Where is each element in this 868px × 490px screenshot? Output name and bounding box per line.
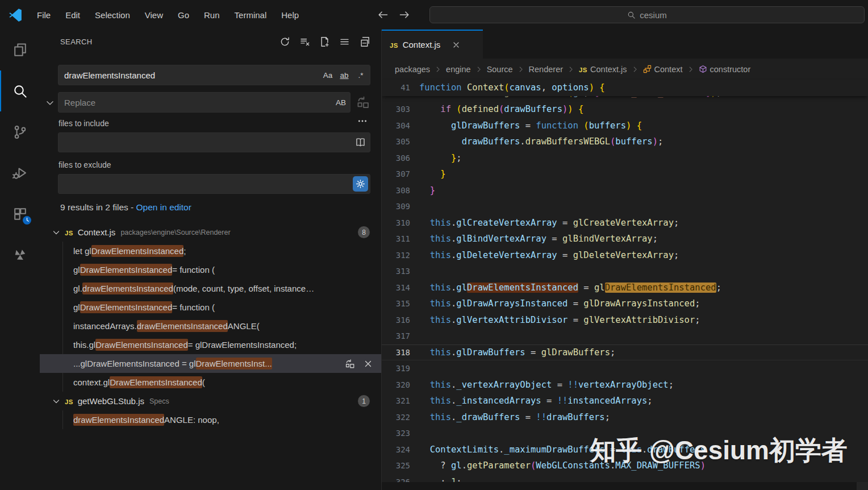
files-to-include-input[interactable]: [58, 132, 370, 152]
breadcrumb-constructor[interactable]: constructor: [699, 65, 751, 74]
line-number: 325: [382, 458, 410, 474]
command-center[interactable]: cesium: [429, 6, 865, 23]
search-match-row[interactable]: context.glDrawElementsInstanced(: [40, 373, 381, 392]
menu-run[interactable]: Run: [197, 7, 227, 23]
toggle-replace-chevron-icon[interactable]: [45, 98, 55, 108]
code-line-311[interactable]: 311 this.glBindVertexArray = glBindVerte…: [382, 231, 868, 247]
code-line-41[interactable]: 41function Context(canvas, options) {: [382, 80, 868, 96]
symbol-class-icon: [643, 65, 652, 73]
preserve-case-toggle[interactable]: AB: [335, 96, 347, 109]
use-regex-toggle[interactable]: .*: [355, 69, 366, 81]
exclude-settings-toggle[interactable]: [353, 176, 368, 192]
breadcrumb-renderer[interactable]: Renderer: [529, 65, 563, 74]
menu-selection[interactable]: Selection: [87, 7, 137, 23]
menu-bar: FileEditSelectionViewGoRunTerminalHelp: [30, 7, 306, 23]
menu-go[interactable]: Go: [170, 7, 197, 23]
search-match-row[interactable]: gl.drawElementsInstanced(mode, count, ty…: [40, 279, 381, 298]
search-match-row[interactable]: let glDrawElementsInstanced;: [40, 242, 381, 260]
match-highlight: drawElementsInstanced: [73, 414, 164, 426]
code-line-310[interactable]: 310 this.glCreateVertexArray = glCreateV…: [382, 215, 868, 231]
breadcrumb-source[interactable]: Source: [487, 65, 513, 74]
code-line-319[interactable]: 319: [382, 360, 868, 377]
open-new-search-editor-button[interactable]: [319, 36, 330, 47]
code-line-309[interactable]: 309: [382, 198, 868, 215]
code-line-316[interactable]: 316 this.glVertexAttribDivisor = glVerte…: [382, 312, 868, 329]
activity-source-control[interactable]: [0, 111, 40, 152]
code-line-307[interactable]: 307 }: [382, 166, 868, 182]
match-post: ;: [183, 246, 186, 256]
activity-explorer[interactable]: [0, 30, 40, 70]
breadcrumb-context-js[interactable]: JSContext.js: [579, 65, 627, 74]
code-line-303[interactable]: 303 if (defined(drawBuffers)) {: [382, 101, 868, 118]
breadcrumb-context[interactable]: Context: [643, 65, 683, 74]
code-line-324[interactable]: 324 ContextLimits._maximumDrawBuffers = …: [382, 442, 868, 458]
toggle-search-details-icon[interactable]: [356, 116, 369, 126]
sticky-scroll-line[interactable]: 41function Context(canvas, options) {: [382, 80, 868, 96]
replace-input[interactable]: [58, 92, 350, 113]
match-post: = function (: [172, 265, 215, 275]
search-match-row[interactable]: drawElementsInstancedANGLE: noop,: [40, 410, 381, 429]
tab-context-js[interactable]: JS Context.js: [382, 30, 483, 59]
code-line-312[interactable]: 312 this.glDeleteVertexArray = glDeleteV…: [382, 247, 868, 264]
search-match-row[interactable]: glDrawElementsInstanced = function (: [40, 298, 381, 317]
search-match-row[interactable]: instancedArrays.drawElementsInstancedANG…: [40, 317, 381, 335]
code-line-320[interactable]: 320 this._vertexArrayObject = !!vertexAr…: [382, 377, 868, 393]
replace-icon[interactable]: [345, 359, 355, 369]
code-line-317[interactable]: 317: [382, 328, 868, 344]
line-number: 314: [382, 280, 410, 296]
search-match-row[interactable]: this.glDrawElementsInstanced = glDrawEle…: [40, 335, 381, 354]
code-line-321[interactable]: 321 this._instancedArrays = !!instancedA…: [382, 393, 868, 409]
code-line-304[interactable]: 304 glDrawBuffers = function (buffers) {: [382, 118, 868, 134]
nav-back-icon[interactable]: [377, 9, 389, 20]
activity-search[interactable]: [0, 70, 40, 111]
clear-search-results-button[interactable]: [299, 36, 310, 47]
code-line-306[interactable]: 306 };: [382, 150, 868, 167]
file-row-context-js[interactable]: JSContext.jspackages\engine\Source\Rende…: [40, 223, 381, 242]
search-match-row[interactable]: glDrawElementsInstanced = function (: [40, 260, 381, 279]
collapse-all-button[interactable]: [359, 36, 370, 47]
menu-terminal[interactable]: Terminal: [227, 7, 274, 23]
code-line-305[interactable]: 305 drawBuffers.drawBuffersWEBGL(buffers…: [382, 134, 868, 150]
line-number: 304: [382, 118, 410, 134]
line-content: [410, 425, 419, 442]
activity-extensions[interactable]: [0, 193, 40, 234]
line-number: 321: [382, 393, 410, 409]
line-content: }: [410, 166, 446, 182]
dismiss-icon[interactable]: [363, 359, 373, 369]
menu-view[interactable]: View: [137, 7, 170, 23]
code-line-315[interactable]: 315 this.glDrawArraysInstanced = glDrawA…: [382, 296, 868, 312]
code-line-323[interactable]: 323: [382, 425, 868, 442]
line-number: 317: [382, 328, 410, 344]
line-number: 306: [382, 150, 410, 167]
code-line-325[interactable]: 325 ? gl.getParameter(WebGLConstants.MAX…: [382, 458, 868, 474]
activity-run-debug[interactable]: [0, 152, 40, 193]
nav-forward-icon[interactable]: [399, 9, 410, 20]
open-editors-book-icon[interactable]: [355, 137, 366, 148]
scrollbar-corner[interactable]: [857, 482, 868, 490]
file-row-getwebglstub-js[interactable]: JSgetWebGLStub.jsSpecs1: [40, 392, 381, 410]
extensions-update-badge-icon: [22, 215, 32, 225]
files-to-exclude-input[interactable]: [58, 174, 370, 194]
breadcrumb-packages[interactable]: packages: [395, 65, 430, 74]
search-toggles: Aaab.*: [322, 69, 366, 81]
match-case-toggle[interactable]: Aa: [322, 69, 333, 81]
refresh-button[interactable]: [279, 36, 290, 47]
menu-file[interactable]: File: [30, 7, 58, 23]
replace-all-icon[interactable]: [356, 95, 370, 109]
open-in-editor-link[interactable]: Open in editor: [136, 202, 191, 212]
code-line-308[interactable]: 308 }: [382, 182, 868, 199]
view-as-list-button[interactable]: [339, 36, 350, 47]
code-line-322[interactable]: 322 this._drawBuffers = !!drawBuffers;: [382, 409, 868, 426]
code-line-318[interactable]: 318 this.glDrawBuffers = glDrawBuffers;: [382, 344, 868, 361]
search-match-row[interactable]: ...glDrawElementsInstanced = glDrawEleme…: [40, 354, 381, 373]
line-content: this.glVertexAttribDivisor = glVertexAtt…: [410, 312, 700, 329]
menu-help[interactable]: Help: [274, 7, 306, 23]
breadcrumb-engine[interactable]: engine: [446, 65, 471, 74]
close-icon[interactable]: [452, 40, 461, 49]
code-line-x[interactable]: drawBuffers = getExtension(gl, ["WEBGL_d…: [382, 95, 868, 101]
code-line-314[interactable]: 314 this.glDrawElementsInstanced = glDra…: [382, 280, 868, 296]
whole-word-toggle[interactable]: ab: [339, 69, 350, 81]
menu-edit[interactable]: Edit: [58, 7, 87, 23]
activity-extension-pinwheel[interactable]: [0, 234, 40, 275]
code-line-313[interactable]: 313: [382, 263, 868, 280]
